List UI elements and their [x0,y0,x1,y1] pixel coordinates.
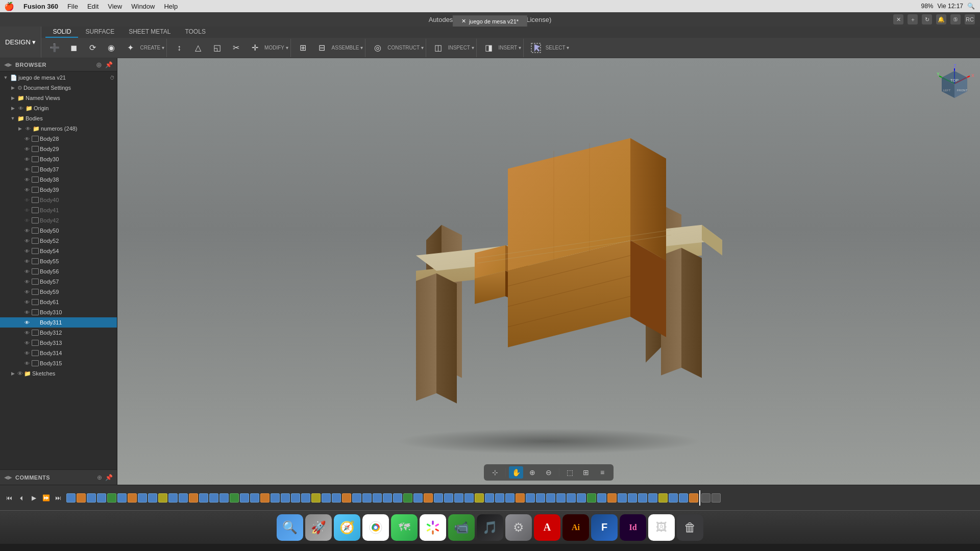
assemble-motion-btn[interactable]: ⊟ [313,40,331,56]
timeline-op[interactable] [271,493,280,503]
tree-item-doc-settings[interactable]: ▶ ⚙ Document Settings [0,83,117,93]
create-revolve-btn[interactable]: ⟳ [83,40,102,56]
tree-item-Body37[interactable]: 👁 Body37 [0,164,117,174]
eye-icon[interactable]: 👁 [23,197,31,203]
modify-label[interactable]: MODIFY ▾ [264,45,288,51]
dock-maps[interactable]: 🗺 [391,514,418,541]
timeline-op[interactable] [577,493,586,503]
dock-chrome[interactable] [362,514,389,541]
timeline-op[interactable] [107,493,116,503]
tree-item-Body55[interactable]: 👁 Body55 [0,256,117,266]
body-checkbox[interactable] [32,279,39,285]
dock-facetime[interactable]: 📹 [448,514,475,541]
tab-close-icon[interactable]: ✕ [461,18,466,24]
viewport-display-mode-btn[interactable]: ⬚ [562,466,577,479]
eye-icon[interactable]: 👁 [23,350,31,356]
timeline-op[interactable] [240,493,249,503]
body-checkbox[interactable] [32,146,39,152]
comments-expand-btn[interactable]: ⊕ [97,474,102,481]
eye-icon[interactable]: 👁 [17,370,23,377]
menu-help[interactable]: Help [164,3,178,10]
eye-icon[interactable]: 👁 [23,136,31,142]
tab-solid[interactable]: SOLID [45,27,78,38]
modify-fillet-btn[interactable]: △ [189,40,207,56]
body-checkbox[interactable] [32,268,39,274]
dock-illustrator[interactable]: Ai [562,514,589,541]
menu-view[interactable]: View [108,3,122,10]
timeline-op[interactable] [587,493,596,503]
body-checkbox[interactable] [32,207,39,213]
inspect-measure-btn[interactable]: ◫ [429,40,448,56]
timeline-op[interactable] [526,493,535,503]
timeline-op[interactable] [669,493,678,503]
body-checkbox[interactable] [32,197,39,203]
timeline-op[interactable] [597,493,606,503]
timeline-track[interactable] [66,489,976,507]
timeline-op[interactable] [567,493,576,503]
eye-icon[interactable]: 👁 [23,238,31,244]
timeline-op[interactable] [701,493,710,503]
tab-tools[interactable]: TOOLS [178,27,212,38]
eye-icon[interactable]: 👁 [23,259,31,264]
timeline-op[interactable] [117,493,127,503]
viewcube[interactable]: TOP LEFT FRONT X Y Z [934,63,975,104]
tree-item-numeros[interactable]: ▶ 👁 📁 numeros (248) [0,123,117,134]
timeline-next-btn[interactable]: ⏩ [41,493,51,503]
assemble-joint-btn[interactable]: ⊞ [294,40,312,56]
inspect-label[interactable]: INSPECT ▾ [448,45,474,51]
timeline-op[interactable] [281,493,290,503]
eye-icon[interactable]: 👁 [23,167,31,172]
comments-pin-btn[interactable]: 📌 [105,474,113,481]
tree-item-Body313[interactable]: 👁 Body313 [0,338,117,348]
timeline-op[interactable] [618,493,627,503]
timeline-op[interactable] [546,493,555,503]
timeline-op[interactable] [712,493,721,503]
timeline-op[interactable] [311,493,321,503]
body-checkbox[interactable] [32,136,39,142]
viewport-zoom-orbit-btn[interactable]: ⊕ [525,466,540,479]
eye-icon[interactable]: 👁 [23,310,31,315]
timeline-op[interactable] [536,493,545,503]
tree-item-Body38[interactable]: 👁 Body38 [0,174,117,185]
timeline-op[interactable] [383,493,392,503]
timeline-op[interactable] [362,493,372,503]
eye-icon[interactable]: 👁 [23,208,31,213]
browser-pin-btn[interactable]: 📌 [105,61,113,68]
tree-item-Body61[interactable]: 👁 Body61 [0,297,117,307]
timeline-op[interactable] [454,493,463,503]
timeline-start-btn[interactable]: ⏮ [4,493,14,503]
eye-icon[interactable]: 👁 [23,228,31,234]
timeline-op[interactable] [434,493,443,503]
timeline-play-btn[interactable]: ▶ [29,493,39,503]
select-btn[interactable] [527,40,545,56]
timeline-op[interactable] [373,493,382,503]
insert-label[interactable]: INSERT ▾ [499,45,521,51]
timeline-op[interactable] [199,493,208,503]
timeline-op[interactable] [168,493,178,503]
viewport-grid-btn[interactable]: ⊞ [579,466,593,479]
create-label[interactable]: CREATE ▾ [140,45,164,51]
design-dropdown[interactable]: DESIGN ▾ [0,27,41,58]
tree-item-Body57[interactable]: 👁 Body57 [0,277,117,287]
body-checkbox[interactable] [32,350,39,356]
eye-icon[interactable]: 👁 [23,330,31,336]
timeline-op[interactable] [352,493,361,503]
notifications-btn[interactable]: 🔔 [936,14,946,24]
tree-item-origin[interactable]: ▶ 👁 📁 Origin [0,103,117,113]
close-window-btn[interactable]: ✕ [893,14,903,24]
add-tab-btn[interactable]: ＋ [908,14,918,24]
tree-item-Body59[interactable]: 👁 Body59 [0,287,117,297]
timeline-op[interactable] [628,493,637,503]
timeline-op[interactable] [475,493,484,503]
tree-item-sketches[interactable]: ▶ 👁 📁 Sketches [0,368,117,379]
body-checkbox[interactable] [32,309,39,315]
tree-item-named-views[interactable]: ▶ 📁 Named Views [0,93,117,103]
menu-edit[interactable]: Edit [87,3,99,10]
tree-item-Body311[interactable]: 👁 Body311 [0,317,117,328]
timeline-op[interactable] [97,493,106,503]
eye-icon[interactable]: 👁 [23,279,31,285]
tree-item-Body42[interactable]: 👁 Body42 [0,215,117,226]
modify-combine-btn[interactable]: ✛ [246,40,264,56]
eye-icon[interactable]: 👁 [23,361,31,366]
dock-preview[interactable]: 🖼 [648,514,675,541]
